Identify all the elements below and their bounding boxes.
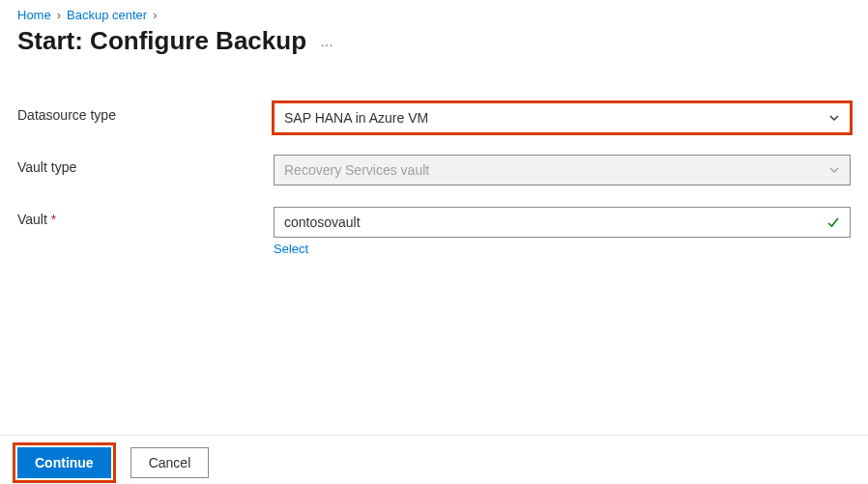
chevron-right-icon: › bbox=[153, 8, 157, 22]
datasource-type-select[interactable]: SAP HANA in Azure VM bbox=[274, 102, 851, 133]
vault-type-label: Vault type bbox=[17, 155, 274, 175]
required-indicator: * bbox=[51, 212, 56, 227]
chevron-right-icon: › bbox=[57, 8, 61, 22]
chevron-down-icon bbox=[828, 164, 840, 176]
vault-type-value: Recovery Services vault bbox=[284, 162, 429, 178]
vault-label: Vault * bbox=[17, 207, 274, 227]
vault-input[interactable]: contosovault bbox=[274, 207, 851, 238]
datasource-type-label: Datasource type bbox=[17, 102, 274, 123]
page-title: Start: Configure Backup bbox=[17, 26, 306, 56]
more-actions-icon[interactable]: … bbox=[320, 34, 334, 49]
breadcrumb: Home › Backup center › bbox=[17, 8, 851, 22]
datasource-type-row: Datasource type SAP HANA in Azure VM bbox=[17, 102, 851, 133]
chevron-down-icon bbox=[828, 112, 840, 124]
cancel-button[interactable]: Cancel bbox=[130, 447, 210, 478]
vault-value: contosovault bbox=[284, 214, 361, 230]
title-row: Start: Configure Backup … bbox=[17, 26, 851, 56]
checkmark-icon bbox=[826, 215, 840, 229]
continue-button[interactable]: Continue bbox=[17, 447, 111, 478]
datasource-type-value: SAP HANA in Azure VM bbox=[284, 110, 428, 126]
vault-row: Vault * contosovault Select bbox=[17, 207, 851, 256]
vault-type-row: Vault type Recovery Services vault bbox=[17, 155, 851, 185]
footer-actions: Continue Cancel bbox=[0, 435, 868, 484]
continue-highlight: Continue bbox=[17, 447, 111, 478]
vault-type-select: Recovery Services vault bbox=[274, 155, 851, 185]
vault-select-link[interactable]: Select bbox=[274, 242, 851, 256]
breadcrumb-home[interactable]: Home bbox=[17, 8, 51, 22]
breadcrumb-backup-center[interactable]: Backup center bbox=[67, 8, 147, 22]
